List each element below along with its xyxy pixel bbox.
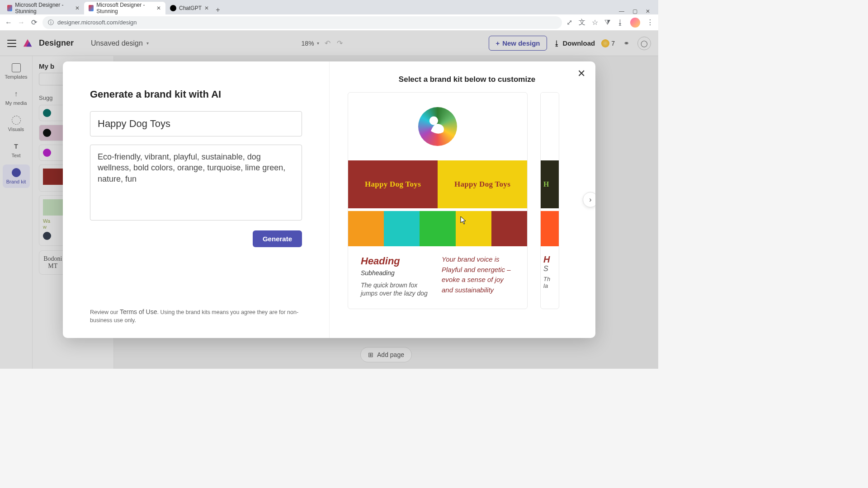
typo-heading: Heading bbox=[361, 254, 434, 268]
site-info-icon[interactable]: ⓘ bbox=[48, 19, 54, 27]
typo-subheading: Subheading bbox=[361, 269, 434, 277]
brand-kit-modal: ✕ Generate a brand kit with AI Eco-frien… bbox=[63, 61, 595, 338]
extensions-icon[interactable]: ⧩ bbox=[604, 19, 610, 27]
close-icon[interactable]: ✕ bbox=[156, 5, 161, 11]
palette-swatch bbox=[456, 211, 491, 246]
address-bar[interactable]: ⓘ designer.microsoft.com/design bbox=[42, 16, 562, 29]
close-icon[interactable]: ✕ bbox=[75, 5, 80, 11]
palette-swatch bbox=[491, 211, 527, 246]
modal-overlay: ✕ Generate a brand kit with AI Eco-frien… bbox=[0, 31, 658, 369]
kit-logo-icon bbox=[418, 107, 457, 146]
browser-tab[interactable]: Microsoft Designer - Stunning ✕ bbox=[3, 2, 84, 14]
back-icon[interactable]: ← bbox=[5, 19, 13, 27]
reload-icon[interactable]: ⟳ bbox=[30, 18, 38, 27]
browser-tab-strip: Microsoft Designer - Stunning ✕ Microsof… bbox=[0, 0, 658, 14]
close-icon[interactable]: ✕ bbox=[204, 5, 209, 11]
menu-icon[interactable]: ⋮ bbox=[646, 18, 654, 27]
kit-palette bbox=[348, 211, 527, 246]
kit-typography: Heading Subheading The quick brown fox j… bbox=[348, 246, 527, 309]
browser-tab[interactable]: Microsoft Designer - Stunning ✕ bbox=[84, 2, 165, 14]
modal-left-pane: Generate a brand kit with AI Eco-friendl… bbox=[63, 61, 330, 338]
palette-swatch bbox=[348, 211, 384, 246]
brand-kit-card[interactable]: Happy Dog Toys Happy Dog Toys Heading Su… bbox=[348, 92, 528, 309]
palette-swatch bbox=[420, 211, 455, 246]
terms-text: Review our Terms of Use. Using the brand… bbox=[90, 307, 302, 324]
window-maximize-icon[interactable]: ▢ bbox=[632, 8, 637, 14]
voice-label: Your brand voice is bbox=[442, 254, 514, 265]
chevron-right-icon: › bbox=[589, 196, 591, 204]
kit-logo-area bbox=[348, 93, 527, 160]
terms-link[interactable]: Terms of Use bbox=[120, 308, 157, 315]
modal-right-pane: Select a brand kit below to customize Ha… bbox=[330, 61, 595, 338]
downloads-icon[interactable]: ⭳ bbox=[617, 19, 624, 27]
new-tab-button[interactable]: + bbox=[213, 5, 222, 14]
tab-title: ChatGPT bbox=[179, 5, 202, 11]
url-text: designer.microsoft.com/design bbox=[57, 19, 137, 26]
kit-title-previews: Happy Dog Toys Happy Dog Toys bbox=[348, 160, 527, 208]
brand-kit-card-peek[interactable]: H H S Th la bbox=[540, 92, 559, 309]
palette-swatch bbox=[384, 211, 420, 246]
window-close-icon[interactable]: ✕ bbox=[646, 8, 650, 14]
bookmark-icon[interactable]: ☆ bbox=[592, 18, 598, 27]
brand-name-input[interactable] bbox=[90, 111, 302, 136]
tab-title: Microsoft Designer - Stunning bbox=[15, 2, 72, 14]
translate-icon[interactable]: 文 bbox=[579, 18, 585, 27]
install-icon[interactable]: ⤢ bbox=[566, 18, 572, 27]
modal-title: Generate a brand kit with AI bbox=[90, 89, 302, 100]
typo-sample: The quick brown fox jumps over the lazy … bbox=[361, 281, 434, 298]
profile-avatar[interactable] bbox=[630, 18, 640, 28]
browser-tab[interactable]: ChatGPT ✕ bbox=[165, 2, 213, 14]
generate-button[interactable]: Generate bbox=[253, 230, 302, 247]
kit-title-preview: Happy Dog Toys bbox=[438, 160, 527, 208]
browser-toolbar: ← → ⟳ ⓘ designer.microsoft.com/design ⤢ … bbox=[0, 14, 658, 31]
voice-text: Playful and energetic – evoke a sense of… bbox=[442, 265, 514, 296]
brand-description-input[interactable]: Eco-friendly, vibrant, playful, sustaina… bbox=[90, 145, 302, 221]
next-kit-button[interactable]: › bbox=[583, 192, 595, 207]
window-minimize-icon[interactable]: — bbox=[619, 8, 624, 14]
kit-title-preview: Happy Dog Toys bbox=[348, 160, 438, 208]
tab-title: Microsoft Designer - Stunning bbox=[96, 2, 154, 14]
forward-icon[interactable]: → bbox=[17, 19, 25, 27]
right-title: Select a brand kit below to customize bbox=[348, 75, 586, 84]
